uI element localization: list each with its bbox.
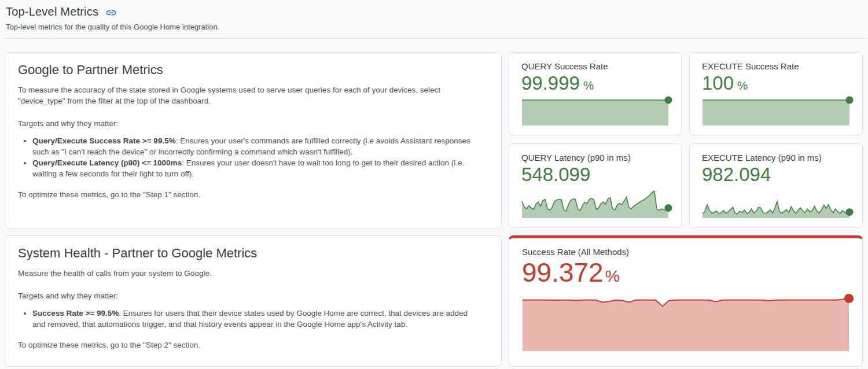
metric-label: EXECUTE Latency (p90 in ms) xyxy=(702,153,850,163)
page-header: Top-Level Metrics Top-level metrics for … xyxy=(0,0,868,31)
list-item: Query/Execute Success Rate >= 99.5%: Ens… xyxy=(32,135,481,157)
page-title: Top-Level Metrics xyxy=(6,5,98,19)
info-column: Google to Partner Metrics To measure the… xyxy=(5,52,502,367)
metrics-column: QUERY Success Rate 99.999% EXECUTE Succe… xyxy=(509,52,863,367)
card-title: Google to Partner Metrics xyxy=(18,62,488,78)
targets-list: Success Rate >= 99.5%: Ensures for users… xyxy=(18,308,481,330)
metric-value: 99.372% xyxy=(522,258,849,288)
card-title: System Health - Partner to Google Metric… xyxy=(18,246,488,261)
metric-card-query-latency: QUERY Latency (p90 in ms) 548.099 xyxy=(509,143,682,228)
query-success-rate-sparkline xyxy=(521,99,669,126)
metric-label: EXECUTE Success Rate xyxy=(702,61,850,71)
card-google-to-partner-metrics: Google to Partner Metrics To measure the… xyxy=(5,52,502,228)
page-subtitle: Top-level metrics for the quality of thi… xyxy=(6,23,861,31)
dashboard-body: Google to Partner Metrics To measure the… xyxy=(0,39,868,367)
metric-card-execute-latency: EXECUTE Latency (p90 in ms) 982.094 xyxy=(689,143,863,228)
metric-value: 982.094 xyxy=(702,164,850,186)
execute-latency-sparkline xyxy=(702,189,850,218)
list-item: Query/Execute Latency (p90) <= 1000ms: E… xyxy=(32,157,481,179)
metric-unit: % xyxy=(583,79,594,92)
all-methods-success-rate-sparkline xyxy=(522,297,849,351)
execute-success-rate-sparkline xyxy=(702,99,850,126)
targets-list: Query/Execute Success Rate >= 99.5%: Ens… xyxy=(18,135,481,179)
query-latency-sparkline xyxy=(521,189,669,218)
metric-label: QUERY Success Rate xyxy=(521,61,669,71)
metric-card-query-success-rate: QUERY Success Rate 99.999% xyxy=(509,52,682,135)
metric-label: Success Rate (All Methods) xyxy=(522,247,849,257)
targets-label: Targets and why they matter: xyxy=(18,118,488,129)
metric-label: QUERY Latency (p90 in ms) xyxy=(521,153,669,163)
card-intro: Measure the health of calls from your sy… xyxy=(18,268,488,279)
card-intro: To measure the accuracy of the state sto… xyxy=(18,84,488,106)
metric-value: 100% xyxy=(702,73,850,94)
card-system-health-metrics: System Health - Partner to Google Metric… xyxy=(5,235,502,367)
metric-card-all-methods-success-rate: Success Rate (All Methods) 99.372% xyxy=(509,235,863,367)
anchor-link-icon[interactable] xyxy=(105,7,117,19)
metric-unit: % xyxy=(605,267,620,285)
metric-unit: % xyxy=(737,79,748,92)
card-footer-note: To optimize these metrics, go to the "St… xyxy=(18,340,488,350)
targets-label: Targets and why they matter: xyxy=(18,290,488,301)
metric-value: 548.099 xyxy=(521,164,669,186)
card-footer-note: To optimize these metrics, go to the "St… xyxy=(18,189,488,200)
metric-card-execute-success-rate: EXECUTE Success Rate 100% xyxy=(689,52,863,135)
metric-grid: QUERY Success Rate 99.999% EXECUTE Succe… xyxy=(509,52,863,228)
metric-value: 99.999% xyxy=(521,73,669,94)
list-item: Success Rate >= 99.5%: Ensures for users… xyxy=(32,308,481,330)
